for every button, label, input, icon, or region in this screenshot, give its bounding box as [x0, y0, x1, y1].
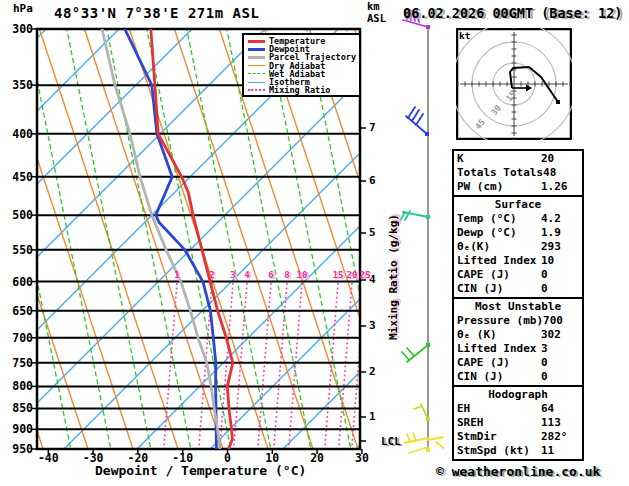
stats-row: Totals Totals48 [457, 166, 579, 180]
stats-row: K20 [457, 152, 579, 166]
km-tick-label: 5 [369, 226, 376, 239]
skewt-sounding-screen: hPa 48°33'N 7°38'E 271m ASL km ASL 06.02… [0, 0, 629, 486]
lcl-label: LCL [381, 435, 401, 448]
pressure-axis-unit: hPa [13, 2, 33, 15]
hodograph-trace-end [556, 100, 560, 104]
stats-row-label: Temp (°C) [457, 212, 541, 226]
pressure-tick-label: 500 [5, 208, 33, 222]
stats-row-value: 1.9 [541, 226, 579, 240]
stats-row: EH64 [457, 402, 579, 416]
stats-row-value: 0 [541, 356, 579, 370]
pressure-tick-label: 700 [5, 331, 33, 345]
stats-row-value: 1.26 [541, 180, 579, 194]
stats-row-label: StmSpd (kt) [457, 444, 541, 458]
stats-row-label: θₑ (K) [457, 328, 541, 342]
stats-row-value: 64 [541, 402, 579, 416]
stats-section-header: Hodograph [457, 388, 579, 402]
stats-row-label: CAPE (J) [457, 268, 541, 282]
stats-row-label: Totals Totals [457, 166, 543, 180]
mixing-ratio-value-label: 2 [209, 270, 214, 280]
run-datetime: 06.02.2026 00GMT (Base: 12) [403, 5, 622, 21]
stats-row: CAPE (J)0 [457, 356, 579, 370]
stats-section: Most UnstablePressure (mb)700θₑ (K)302Li… [452, 297, 584, 387]
stats-row-value: 3 [541, 342, 579, 356]
pressure-tick-label: 600 [5, 275, 33, 289]
pressure-tick-label: 300 [5, 22, 33, 36]
stats-section-header: Surface [457, 198, 579, 212]
stats-row-value: 700 [543, 314, 579, 328]
hodograph: 153045 [456, 28, 572, 140]
stats-section: SurfaceTemp (°C)4.2Dewp (°C)1.9θₑ(K)293L… [452, 195, 584, 299]
legend-line-sample [248, 65, 265, 66]
stats-row-label: StmDir [457, 430, 541, 444]
x-axis-title: Dewpoint / Temperature (°C) [95, 463, 306, 478]
mixing-ratio-value-label: 15 [333, 270, 344, 280]
km-tick-label: 1 [369, 410, 376, 423]
stats-row-value: 11 [541, 444, 579, 458]
asl-unit: ASL [367, 12, 386, 24]
stats-row-value: 4.2 [541, 212, 579, 226]
stats-row: Pressure (mb)700 [457, 314, 579, 328]
wet-adiabat-lines [0, 23, 472, 455]
mixing-ratio-value-label: 8 [284, 270, 289, 280]
stats-row-label: K [457, 152, 541, 166]
km-unit: km [367, 0, 386, 12]
pressure-tick-label: 950 [5, 442, 33, 456]
temperature-tick-label: 30 [355, 451, 369, 465]
wind-barb-column [400, 10, 443, 453]
pressure-tick-label: 350 [5, 78, 33, 92]
mixing-ratio-value-label: 3 [230, 270, 235, 280]
stats-row-value: 302 [541, 328, 579, 342]
wind-barb-surface [405, 433, 443, 453]
stats-row-value: 0 [541, 268, 579, 282]
hodograph-unit-label: kt [459, 30, 470, 41]
legend-line-sample [248, 82, 265, 83]
stats-row: θₑ (K)302 [457, 328, 579, 342]
pressure-tick-label: 550 [5, 243, 33, 257]
legend-line-sample [248, 40, 265, 43]
legend: TemperatureDewpointParcel TrajectoryDry … [242, 33, 361, 97]
wind-barb-700hPa [402, 343, 430, 362]
temperature-tick-label: 20 [310, 451, 324, 465]
km-tick-label: 7 [369, 121, 376, 134]
stats-row: CIN (J)0 [457, 370, 579, 384]
pressure-tick-label: 850 [5, 401, 33, 415]
mixing-ratio-value-label: 4 [244, 270, 249, 280]
wind-barb-500hPa [400, 211, 430, 221]
mixing-ratio-axis-label: Mixing Ratio (g/kg) [387, 214, 400, 340]
stats-row-value: 48 [543, 166, 579, 180]
stats-row: Temp (°C)4.2 [457, 212, 579, 226]
stats-row-value: 10 [541, 254, 579, 268]
mixing-ratio-value-label: 1 [174, 270, 179, 280]
stats-section: HodographEH64SREH113StmDir282°StmSpd (kt… [452, 385, 584, 461]
stats-row-value: 113 [541, 416, 579, 430]
stats-row-label: Dewp (°C) [457, 226, 541, 240]
stats-row-label: PW (cm) [457, 180, 541, 194]
stats-row-label: Lifted Index [457, 342, 541, 356]
temperature-tick-label: -40 [38, 451, 59, 465]
legend-item: Mixing Ratio [248, 86, 359, 94]
mixing-ratio-value-label: 10 [297, 270, 308, 280]
stats-row-label: CIN (J) [457, 282, 541, 296]
mixing-ratio-value-label: 6 [268, 270, 273, 280]
stats-row-value: 0 [541, 282, 579, 296]
stats-row: PW (cm)1.26 [457, 180, 579, 194]
legend-line-sample [248, 48, 265, 51]
stats-row-value: 293 [541, 240, 579, 254]
legend-line-sample [248, 56, 265, 59]
km-tick-label: 2 [369, 365, 376, 378]
km-tick-label: 3 [369, 319, 376, 332]
stats-section: K20Totals Totals48PW (cm)1.26 [452, 149, 584, 197]
stats-row: CIN (J)0 [457, 282, 579, 296]
legend-line-sample [248, 89, 265, 91]
station-title: 48°33'N 7°38'E 271m ASL [54, 5, 259, 21]
mixing-ratio-value-label: 20 [347, 270, 358, 280]
stats-row-label: Pressure (mb) [457, 314, 543, 328]
stats-table: K20Totals Totals48PW (cm)1.26SurfaceTemp… [452, 151, 584, 461]
stats-row: Lifted Index3 [457, 342, 579, 356]
stats-row-value: 282° [541, 430, 579, 444]
stats-section-header: Most Unstable [457, 300, 579, 314]
stats-row-label: CAPE (J) [457, 356, 541, 370]
legend-line-sample [248, 73, 265, 74]
pressure-tick-label: 400 [5, 127, 33, 141]
